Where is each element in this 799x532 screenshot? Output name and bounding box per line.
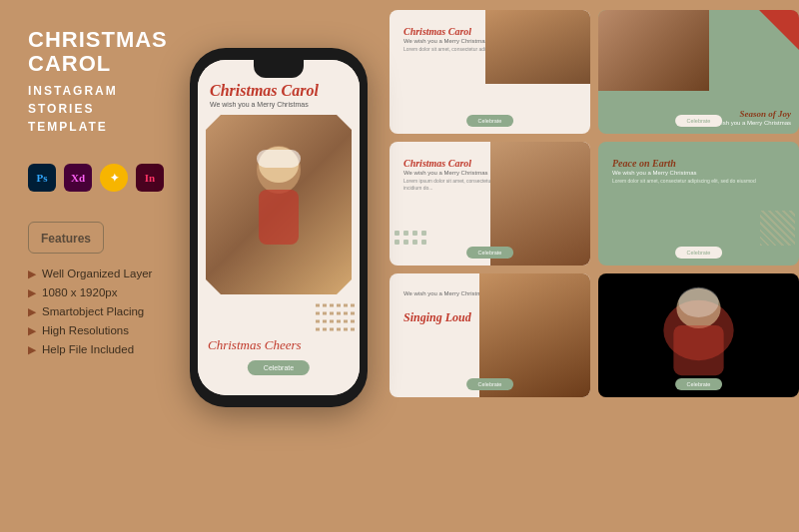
feature-item: ▶ High Resolutions: [28, 324, 190, 336]
phone-frame: Christmas Carol We wish you a Merry Chri…: [190, 48, 368, 407]
phone-content: Christmas Carol We wish you a Merry Chri…: [198, 60, 360, 395]
phone-screen: Christmas Carol We wish you a Merry Chri…: [198, 60, 360, 395]
feature-item: ▶ Smartobject Placing: [28, 305, 190, 317]
phone-subtitle: We wish you a Merry Christmas: [210, 101, 348, 108]
card-5-celebrate-btn[interactable]: Celebrate: [466, 378, 514, 390]
arrow-icon: ▶: [28, 325, 36, 336]
phone-image-area: [206, 115, 352, 294]
card-4-stripes: [760, 211, 795, 246]
feature-item: ▶ Well Organized Layer: [28, 267, 190, 279]
card-christmas-carol-1: Christmas Carol We wish you a Merry Chri…: [390, 10, 590, 134]
card-4-body: Lorem dolor sit amet, consectetur adipis…: [612, 178, 785, 185]
features-label: Features: [41, 232, 91, 246]
card-2-celebrate-btn[interactable]: Celebrate: [675, 115, 723, 127]
card-3-dots: [395, 231, 428, 256]
app-icons-row: Ps Xd ✦ In: [28, 164, 190, 192]
photoshop-icon: Ps: [28, 164, 56, 192]
card-season-of-joy: Season of Joy We wish you a Merry Christ…: [598, 10, 799, 134]
feature-item: ▶ Help File Included: [28, 343, 190, 355]
feature-list: ▶ Well Organized Layer ▶ 1080 x 1920px ▶…: [28, 267, 190, 355]
card-2-red-corner: [759, 10, 799, 50]
card-4-text: Peace on Earth We wish you a Merry Chris…: [606, 150, 791, 193]
sketch-icon: ✦: [100, 164, 128, 192]
card-1-image: [485, 10, 590, 84]
phone-stripes-decoration: [316, 297, 356, 337]
card-4-title: Peace on Earth: [612, 158, 785, 169]
card-4-subtitle: We wish you a Merry Christmas: [612, 170, 785, 176]
card-peace-on-earth: Peace on Earth We wish you a Merry Chris…: [598, 142, 799, 266]
phone-image-placeholder: [206, 115, 352, 294]
phone-bottom-text: Christmas Cheers: [208, 337, 350, 353]
santa-figure: [239, 135, 319, 274]
features-box: Features: [28, 222, 104, 254]
card-singing-loud: We wish you a Merry Christmas Singing Lo…: [390, 273, 590, 397]
main-title: CHRISTMAS CAROL: [28, 28, 190, 76]
svg-rect-3: [257, 150, 301, 168]
card-1-celebrate-btn[interactable]: Celebrate: [466, 115, 514, 127]
stripes-svg: [316, 297, 356, 337]
phone-notch: [254, 60, 304, 78]
arrow-icon: ▶: [28, 268, 36, 279]
svg-rect-11: [673, 325, 723, 375]
card-6-celebrate-btn[interactable]: Celebrate: [675, 378, 723, 390]
right-grid: Christmas Carol We wish you a Merry Chri…: [390, 10, 799, 529]
svg-point-12: [678, 287, 718, 317]
indesign-icon: In: [136, 164, 164, 192]
left-panel: CHRISTMAS CAROL INSTAGRAM STORIES TEMPLA…: [0, 0, 210, 532]
sub-title: INSTAGRAM STORIES TEMPLATE: [28, 82, 190, 136]
phone-bottom-script: Christmas Cheers: [208, 337, 350, 353]
phone-script-title: Christmas Carol: [210, 82, 348, 100]
svg-rect-1: [259, 190, 299, 245]
phone-celebrate-button[interactable]: Celebrate: [248, 360, 310, 375]
card-2-image: [598, 10, 709, 91]
feature-item: ▶ 1080 x 1920px: [28, 286, 190, 298]
arrow-icon: ▶: [28, 287, 36, 298]
card-christmas-carol-3: Christmas Carol We wish you a Merry Chri…: [390, 142, 590, 266]
card-4-celebrate-btn[interactable]: Celebrate: [675, 247, 723, 259]
arrow-icon: ▶: [28, 306, 36, 317]
arrow-icon: ▶: [28, 344, 36, 355]
card-3-celebrate-btn[interactable]: Celebrate: [466, 247, 514, 259]
xd-icon: Xd: [64, 164, 92, 192]
phone-wrapper: Christmas Carol We wish you a Merry Chri…: [190, 18, 370, 517]
card-6: Celebrate: [598, 273, 799, 397]
